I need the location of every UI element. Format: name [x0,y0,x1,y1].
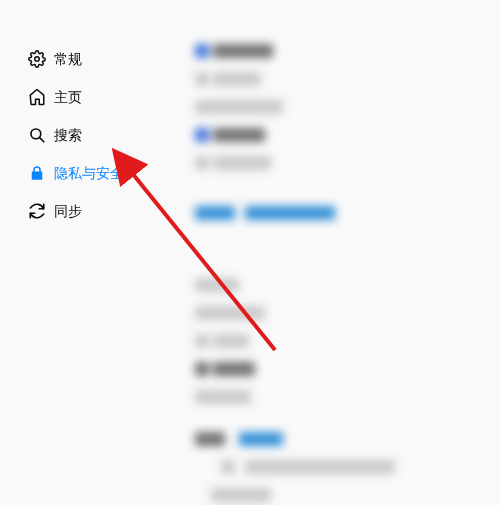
search-icon [28,126,46,144]
svg-line-2 [39,137,43,141]
sidebar-item-label: 隐私与安全 [54,166,124,180]
sidebar-item-label: 主页 [54,90,82,104]
sidebar-item-sync[interactable]: 同步 [24,196,154,226]
sync-icon [28,202,46,220]
home-icon [28,88,46,106]
sidebar-item-privacy[interactable]: 隐私与安全 [24,158,154,188]
sidebar-item-home[interactable]: 主页 [24,82,154,112]
svg-point-0 [35,57,40,62]
sidebar-item-general[interactable]: 常规 [24,44,154,74]
sidebar-item-search[interactable]: 搜索 [24,120,154,150]
sidebar-item-label: 搜索 [54,128,82,142]
sidebar-item-label: 同步 [54,204,82,218]
lock-icon [28,164,46,182]
settings-sidebar: 常规 主页 搜索 隐私与安全 [24,44,154,234]
gear-icon [28,50,46,68]
sidebar-item-label: 常规 [54,52,82,66]
content-area-blurred [195,40,480,495]
